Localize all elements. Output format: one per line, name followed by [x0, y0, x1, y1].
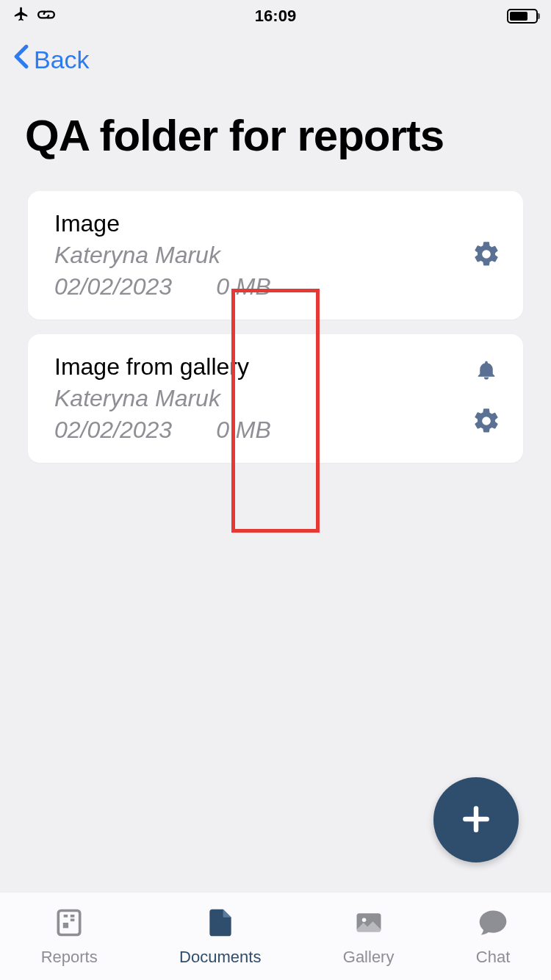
nav-bar: Back: [0, 37, 551, 82]
tab-label: Reports: [41, 948, 98, 967]
file-date: 02/02/2023: [54, 273, 172, 300]
file-card[interactable]: Image Kateryna Maruk 02/02/2023 0 MB: [28, 191, 523, 320]
svg-point-8: [361, 918, 366, 922]
gear-icon[interactable]: [472, 239, 501, 272]
tab-reports[interactable]: Reports: [41, 907, 98, 967]
tab-chat[interactable]: Chat: [476, 907, 510, 967]
status-time: 16:09: [255, 7, 296, 26]
file-date: 02/02/2023: [54, 417, 172, 444]
back-label: Back: [34, 46, 90, 74]
documents-icon: [204, 907, 237, 943]
svg-rect-2: [59, 910, 80, 934]
tab-label: Chat: [476, 948, 510, 967]
airplane-icon: [13, 6, 29, 26]
plus-icon: [460, 803, 492, 837]
tab-bar: Reports Documents Gallery Chat: [0, 892, 551, 980]
file-list: Image Kateryna Maruk 02/02/2023 0 MB Ima…: [28, 191, 523, 463]
gallery-icon: [353, 907, 385, 943]
tab-label: Gallery: [343, 948, 395, 967]
chat-icon: [477, 907, 509, 943]
file-info: Image Kateryna Maruk 02/02/2023 0 MB: [54, 210, 472, 300]
file-author: Kateryna Maruk: [54, 385, 472, 412]
file-card[interactable]: Image from gallery Kateryna Maruk 02/02/…: [28, 334, 523, 463]
file-actions: [472, 359, 501, 439]
tab-documents[interactable]: Documents: [179, 907, 261, 967]
file-title: Image: [54, 210, 472, 237]
svg-rect-6: [63, 923, 68, 928]
file-size: 0 MB: [216, 417, 271, 444]
bell-icon[interactable]: [475, 359, 497, 384]
back-button[interactable]: Back: [13, 44, 90, 75]
gear-icon[interactable]: [472, 406, 501, 439]
page-title: QA folder for reports: [25, 110, 444, 161]
add-button[interactable]: [433, 777, 519, 862]
reports-icon: [53, 907, 85, 943]
file-info: Image from gallery Kateryna Maruk 02/02/…: [54, 353, 472, 444]
file-actions: [472, 239, 501, 272]
link-icon: [37, 7, 56, 26]
tab-gallery[interactable]: Gallery: [343, 907, 395, 967]
chevron-left-icon: [13, 44, 29, 75]
file-size: 0 MB: [216, 273, 271, 300]
status-right: [507, 9, 538, 24]
tab-label: Documents: [179, 948, 261, 967]
file-author: Kateryna Maruk: [54, 242, 472, 269]
file-title: Image from gallery: [54, 353, 472, 381]
battery-icon: [507, 9, 538, 24]
status-left: [13, 6, 56, 26]
status-bar: 16:09: [0, 0, 551, 32]
